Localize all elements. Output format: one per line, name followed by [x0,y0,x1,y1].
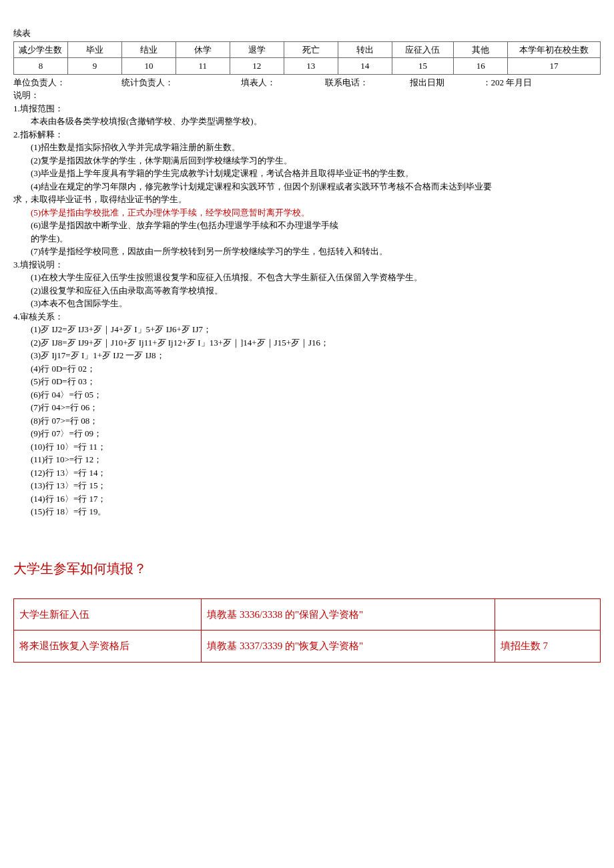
num-9: 9 [67,58,121,75]
ans-r2c3: 填招生数 7 [495,630,600,663]
ans-r1c1: 大学生新征入伍 [14,598,202,630]
sec4-item-4: (4)行 0D=行 02； [13,362,601,376]
sec4-item-12: (12)行 13〉=行 14； [13,466,601,480]
ans-r2c1: 将来退伍恢复入学资格后 [14,630,202,663]
sec4-item-15: (15)行 18〉=行 19。 [13,505,601,518]
phone: 联系电话： [325,76,407,89]
continued-table-label: 续表 [13,27,601,40]
sec3-item-2: (2)退役复学和应征入伍由录取高等教育学校填报。 [13,284,601,298]
sec4-item-8: (8)行 07>=行 08； [13,414,601,428]
sec2-item-6b: 的学生)。 [13,232,601,246]
header-table: 减少学生数 毕业 结业 休学 退学 死亡 转出 应征入伍 其他 本学年初在校生数… [13,41,601,75]
sec4-item-11: (11)行 10>=行 12； [13,453,601,466]
question-heading: 大学生参军如何填报？ [13,558,601,578]
sec4-item-3: (3)歹 Ij17=歹 I」1+歹 IJ2 一歹 IJ8； [13,349,601,362]
sec4-item-5: (5)行 0D=行 03； [13,375,601,388]
table-row: 将来退伍恢复入学资格后 填教基 3337/3339 的"恢复入学资格" 填招生数… [14,630,601,663]
sec3-title: 3.填报说明： [13,258,601,272]
sec4-item-1: (1)歹 IJ2=歹 IJ3+歹｜J4+歹 I」5+歹 IJ6+歹 IJ7； [13,323,601,336]
sec2-item-7: (7)转学是指经学校同意，因故由一所学校转到另一所学校继续学习的学生，包括转入和… [13,245,601,258]
col-group-decrease: 减少学生数 [14,41,68,58]
sec3-item-3: (3)本表不包含国际学生。 [13,297,601,310]
sec4-item-7: (7)行 04>=行 06； [13,401,601,414]
sec2-item-1: (1)招生数是指实际招收入学并完成学籍注册的新生数。 [13,141,601,154]
col-group-start: 本学年初在校生数 [508,41,601,58]
report-date-value: ：202 年月日 [483,76,533,89]
sec2-item-6a: (6)退学是指因故中断学业、放弃学籍的学生(包括办理退学手续和不办理退学手续 [13,219,601,232]
sec2-item-4b: 求，未取得毕业证书，取得结业证书的学生。 [13,193,601,206]
ans-r1c3 [495,598,600,630]
col-xiuxue: 休学 [176,41,230,58]
unit-leader: 单位负责人： [13,76,119,89]
sec2-item-4a: (4)结业在规定的学习年限内，修完教学计划规定课程和实践环节，但因个别课程或者实… [13,180,601,193]
col-zhuanchu: 转出 [338,41,392,58]
num-12: 12 [230,58,284,75]
sec4-item-6: (6)行 04〉=行 05； [13,388,601,402]
ans-r1c2: 填教基 3336/3338 的"保留入学资格" [202,598,495,630]
answer-table: 大学生新征入伍 填教基 3336/3338 的"保留入学资格" 将来退伍恢复入学… [13,598,601,663]
num-14: 14 [338,58,392,75]
sec2-item-5: (5)休学是指由学校批准，正式办理休学手续，经学校同意暂时离开学校。 [13,206,601,220]
col-yingzheng: 应征入伍 [392,41,454,58]
sec4-item-9: (9)行 07〉=行 09； [13,427,601,440]
sec4-item-10: (10)行 10〉=行 11； [13,440,601,454]
shuoming-title: 说明： [13,89,601,102]
num-16: 16 [454,58,508,75]
sec1-title: 1.填报范围： [13,102,601,115]
sec1-body: 本表由各级各类学校填报(含撤销学校、办学类型调整学校)。 [13,115,601,128]
sec2-title: 2.指标解释： [13,128,601,141]
col-siwang: 死亡 [284,41,338,58]
num-17: 17 [508,58,601,75]
sec2-item-2: (2)复学是指因故休学的学生，休学期满后回到学校继续学习的学生。 [13,154,601,167]
col-biye: 毕业 [67,41,121,58]
col-jieye: 结业 [121,41,176,58]
num-8: 8 [14,58,68,75]
col-qita: 其他 [454,41,508,58]
report-date-label: 报出日期 [410,76,481,89]
num-15: 15 [392,58,454,75]
col-tuixue: 退学 [230,41,284,58]
sec3-item-1: (1)在校大学生应征入伍学生按照退役复学和应征入伍填报。不包含大学生新征入伍保留… [13,271,601,284]
sec2-item-3: (3)毕业是指上学年度具有学籍的学生完成教学计划规定课程，考试合格并且取得毕业证… [13,167,601,180]
sec4-title: 4.审核关系： [13,310,601,324]
sec4-item-2: (2)歹 IJ8=歹 IJ9+歹｜J10+歹 Ij11+歹 Ij12+歹 I」1… [13,336,601,350]
num-11: 11 [176,58,230,75]
stat-leader: 统计负责人： [121,76,239,89]
sec4-item-13: (13)行 13〉=行 15； [13,479,601,492]
num-10: 10 [121,58,176,75]
signature-line: 单位负责人： 统计负责人： 填表人： 联系电话： 报出日期 ：202 年月日 [13,76,601,89]
num-13: 13 [284,58,338,75]
sec4-item-14: (14)行 16〉=行 17； [13,492,601,506]
ans-r2c2: 填教基 3337/3339 的"恢复入学资格" [202,630,495,663]
filler: 填表人： [241,76,323,89]
table-row: 大学生新征入伍 填教基 3336/3338 的"保留入学资格" [14,598,601,630]
